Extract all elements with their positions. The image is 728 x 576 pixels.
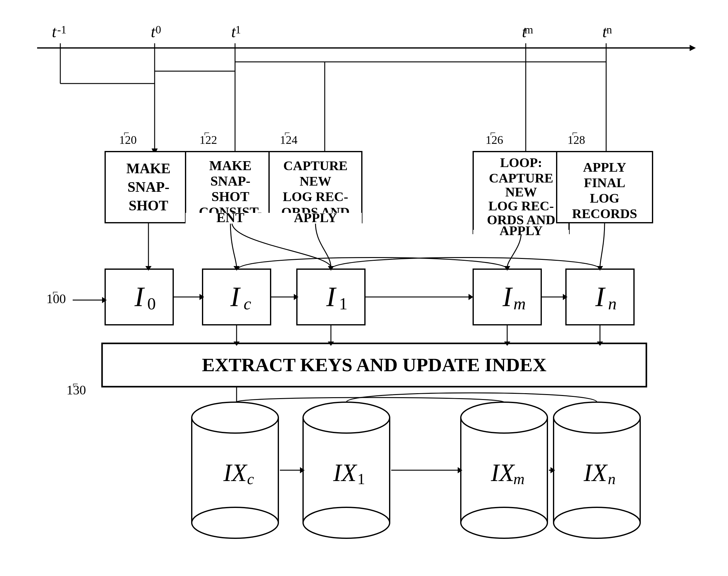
label-126-bracket: ⌐ — [490, 127, 496, 138]
cylinder-IXc-label: IX — [223, 459, 248, 486]
cylinder-IXm-bottom — [461, 507, 547, 538]
instance-In-label: I — [595, 282, 606, 312]
box-126-text-2: CAPTURE — [489, 171, 553, 185]
box-126-text-4: LOG REC- — [488, 199, 554, 213]
cylinder-IX1-bottom — [303, 507, 390, 538]
label-100-bracket: ⌐ — [53, 286, 58, 297]
box-126-text-3: NEW — [505, 185, 537, 199]
instance-Ic-sub: c — [244, 294, 251, 313]
timeline-sublabel-t1: 1 — [235, 24, 241, 36]
cylinder-IXc-sub: c — [247, 470, 254, 488]
cylinder-IXc-bottom — [192, 507, 278, 538]
instance-I1-sub: 1 — [339, 294, 348, 313]
instance-Im-label: I — [502, 282, 513, 312]
cylinder-IXc-top — [192, 402, 278, 433]
cylinder-IX1-sub: 1 — [357, 470, 365, 488]
box-126-text-1: LOOP: — [500, 155, 542, 170]
box-120-text-1: MAKE — [126, 161, 170, 176]
box-122-text-5: ENT — [216, 210, 244, 225]
box-124-text-5: APPLY — [294, 210, 337, 225]
box-122-text-3: SHOT — [211, 189, 249, 204]
label-124-bracket: ⌐ — [285, 127, 290, 138]
diagram: t -1 t 0 t 1 t m t n 120 ⌐ MAKE SNAP- SH — [0, 0, 728, 576]
instance-I0-sub: 0 — [147, 294, 156, 313]
timeline-label-t0: t — [151, 23, 156, 40]
box-128-text-1: APPLY — [583, 160, 626, 174]
instance-I1-label: I — [326, 282, 337, 312]
cylinder-IXn-bottom — [554, 507, 640, 538]
box-126-text-6: APPLY — [499, 223, 543, 238]
box-128-text-2: FINAL — [584, 175, 625, 190]
timeline-sublabel-tn: n — [607, 24, 612, 36]
cylinder-IXn-label: IX — [583, 459, 608, 486]
label-128-bracket: ⌐ — [572, 127, 578, 138]
timeline-sublabel-t0: 0 — [155, 24, 161, 36]
cylinder-IX1-label: IX — [333, 459, 357, 486]
box-124-text-3: LOG REC- — [283, 189, 348, 204]
box-128-text-4: RECORDS — [572, 206, 637, 221]
instance-Ic-label: I — [230, 282, 241, 312]
cylinder-IX1-top — [303, 402, 390, 433]
extract-keys-label: EXTRACT KEYS AND UPDATE INDEX — [202, 354, 547, 375]
instance-Im-sub: m — [513, 294, 526, 313]
box-124-text-2: NEW — [300, 174, 331, 189]
cylinder-IXn-top — [554, 402, 640, 433]
box-122-text-1: MAKE — [209, 158, 252, 173]
cylinder-IXm-top — [461, 402, 547, 433]
label-120-bracket: ⌐ — [124, 127, 129, 138]
box-120-text-3: SHOT — [129, 198, 168, 213]
timeline-sublabel-tm: m — [525, 24, 533, 36]
cylinder-IXm-label: IX — [491, 459, 515, 486]
cylinder-IXn-sub: n — [608, 470, 616, 488]
box-124-text-1: CAPTURE — [283, 159, 348, 173]
instance-In-sub: n — [608, 294, 617, 313]
instance-I0-label: I — [134, 282, 145, 312]
box-122-text-2: SNAP- — [210, 174, 251, 189]
timeline-sublabel-t-1: -1 — [57, 24, 66, 36]
label-130-bracket: ⌐ — [73, 378, 78, 390]
label-122-bracket: ⌐ — [204, 127, 210, 138]
cylinder-IXm-sub: m — [513, 470, 525, 488]
box-120-text-2: SNAP- — [127, 179, 169, 195]
box-128-text-3: LOG — [590, 191, 619, 205]
timeline-label-t-1: t — [52, 23, 57, 40]
